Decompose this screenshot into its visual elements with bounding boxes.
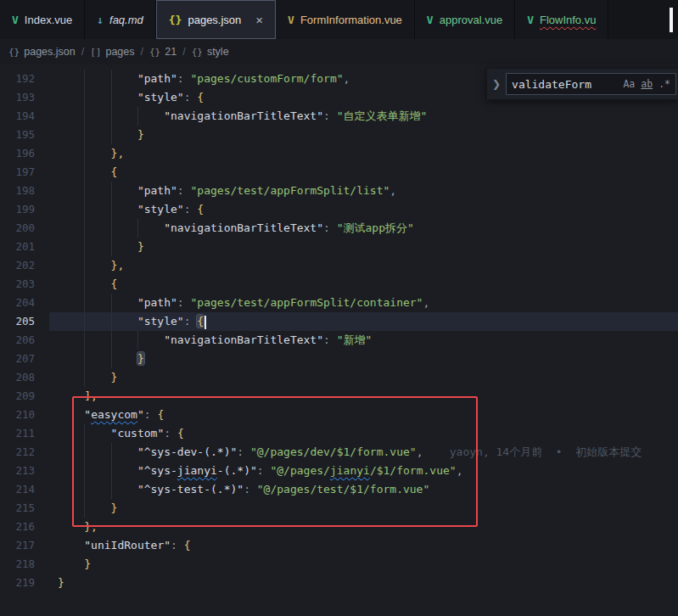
line-number: 208 bbox=[0, 368, 49, 387]
close-icon[interactable]: × bbox=[255, 14, 263, 26]
tab-approval-vue[interactable]: Vapproval.vue bbox=[415, 0, 515, 39]
code-line[interactable]: 219} bbox=[0, 574, 678, 592]
code-token: : bbox=[144, 408, 158, 421]
code-line[interactable]: 198"path": "pages/test/appFormSplit/list… bbox=[0, 182, 678, 200]
match-case-icon[interactable]: Aa bbox=[623, 78, 635, 90]
code-content: { bbox=[49, 275, 678, 294]
code-line[interactable]: 202}, bbox=[0, 256, 678, 275]
code-line[interactable]: 205"style": { bbox=[0, 312, 678, 331]
markdown-file-icon: ↓ bbox=[97, 14, 104, 26]
code-line[interactable]: 206"navigationBarTitleText": "新增" bbox=[0, 331, 678, 350]
code-editor[interactable]: 192"path": "pages/customForm/form",193"s… bbox=[0, 64, 678, 616]
find-input[interactable]: validateForm Aa ab .* bbox=[506, 73, 676, 95]
code-line[interactable]: 209], bbox=[0, 387, 678, 406]
tab-label: pages.json bbox=[188, 14, 241, 26]
code-line[interactable]: 211"custom": { bbox=[0, 424, 678, 443]
code-token: "style" bbox=[137, 91, 184, 104]
code-line[interactable]: 214"^sys-test-(.*)": "@/pages/test/$1/fo… bbox=[0, 480, 678, 499]
code-token: "@/pages/ bbox=[270, 464, 329, 477]
code-token: { bbox=[184, 539, 191, 552]
code-line[interactable]: 196}, bbox=[0, 144, 678, 163]
tab-drag-indicator bbox=[670, 8, 673, 32]
code-line[interactable]: 197{ bbox=[0, 163, 678, 182]
indent-guide bbox=[111, 294, 137, 312]
code-line[interactable]: 199"style": { bbox=[0, 200, 678, 219]
code-content: }, bbox=[49, 518, 678, 536]
code-line[interactable]: 195} bbox=[0, 126, 678, 144]
code-token: jianyi bbox=[330, 464, 370, 477]
find-input-value[interactable]: validateForm bbox=[512, 78, 617, 91]
indent-guide bbox=[111, 107, 137, 126]
tab-pages-json[interactable]: {}pages.json× bbox=[156, 0, 276, 39]
code-line[interactable]: 208} bbox=[0, 368, 678, 387]
code-token: : bbox=[323, 109, 337, 122]
code-content: }, bbox=[49, 144, 678, 163]
code-content: "style": { bbox=[49, 200, 678, 219]
code-content: } bbox=[49, 350, 678, 368]
breadcrumb-item-pages[interactable]: []pages bbox=[90, 46, 134, 58]
code-content: "uniIdRouter": { bbox=[49, 536, 678, 555]
code-line[interactable]: 213"^sys-jianyi-(.*)": "@/pages/jianyi/$… bbox=[0, 462, 678, 480]
indent-guide bbox=[84, 144, 110, 163]
breadcrumb-item-pages-json[interactable]: {}pages.json bbox=[8, 46, 76, 58]
code-token: , bbox=[344, 72, 350, 85]
vue-file-icon: V bbox=[12, 14, 19, 26]
indent-guide bbox=[58, 182, 84, 200]
code-token: "^sys- bbox=[137, 464, 177, 477]
indent-guide bbox=[58, 555, 84, 574]
indent-guide bbox=[58, 294, 84, 312]
code-line[interactable]: 194"navigationBarTitleText": "自定义表单新增" bbox=[0, 107, 678, 126]
code-line[interactable]: 210"easycom": { bbox=[0, 406, 678, 424]
code-line[interactable]: 216}, bbox=[0, 518, 678, 536]
code-token: "path" bbox=[137, 184, 177, 197]
code-line[interactable]: 217"uniIdRouter": { bbox=[0, 536, 678, 555]
breadcrumb-item-21[interactable]: {}21 bbox=[149, 46, 177, 58]
code-content: "navigationBarTitleText": "新增" bbox=[49, 331, 678, 350]
code-token: ], bbox=[84, 389, 98, 402]
code-line[interactable]: 212"^sys-dev-(.*)": "@/pages/dev/$1/form… bbox=[0, 443, 678, 462]
code-token: "@/pages/test/$1/form.vue" bbox=[257, 483, 430, 496]
code-token: "pages/test/appFormSplit/container" bbox=[191, 296, 423, 309]
tab-index-vue[interactable]: VIndex.vue bbox=[0, 0, 85, 39]
breadcrumb-label: style bbox=[207, 46, 229, 58]
code-line[interactable]: 207} bbox=[0, 350, 678, 368]
tab-faq-md[interactable]: ↓faq.md bbox=[85, 0, 156, 39]
code-content: } bbox=[49, 499, 678, 518]
line-number: 200 bbox=[0, 219, 49, 238]
code-token: "uniIdRouter" bbox=[84, 539, 171, 552]
regex-icon[interactable]: .* bbox=[658, 78, 670, 90]
code-line[interactable]: 201} bbox=[0, 238, 678, 256]
code-content: "^sys-jianyi-(.*)": "@/pages/jianyi/$1/f… bbox=[49, 462, 678, 480]
code-line[interactable]: 203{ bbox=[0, 275, 678, 294]
indent-guide bbox=[111, 331, 137, 350]
code-content: } bbox=[49, 368, 678, 387]
code-line[interactable]: 218} bbox=[0, 555, 678, 574]
indent-guide bbox=[84, 368, 110, 387]
code-line[interactable]: 204"path": "pages/test/appFormSplit/cont… bbox=[0, 294, 678, 312]
code-token: , bbox=[389, 184, 396, 197]
indent-guide bbox=[58, 88, 84, 107]
find-widget: ❯ validateForm Aa ab .* bbox=[486, 68, 678, 100]
find-expand-chevron-icon[interactable]: ❯ bbox=[492, 78, 501, 90]
editor-tab-bar: VIndex.vue↓faq.md{}pages.json×VFormInfor… bbox=[0, 0, 678, 39]
whole-word-icon[interactable]: ab bbox=[641, 78, 653, 90]
indent-guide bbox=[58, 219, 84, 238]
code-content: "custom": { bbox=[49, 424, 678, 443]
line-number: 209 bbox=[0, 387, 49, 406]
tab-forminformation-vue[interactable]: VFormInformation.vue bbox=[276, 0, 415, 39]
indent-guide bbox=[58, 368, 84, 387]
indent-guide bbox=[58, 70, 84, 88]
tab-flowinfo-vu[interactable]: VFlowInfo.vu bbox=[515, 0, 608, 39]
json-file-icon: {} bbox=[169, 14, 182, 26]
code-line[interactable]: 200"navigationBarTitleText": "测试app拆分" bbox=[0, 219, 678, 238]
indent-guide bbox=[58, 200, 84, 219]
indent-guide bbox=[84, 462, 110, 480]
code-content: } bbox=[49, 555, 678, 574]
code-line[interactable]: 215} bbox=[0, 499, 678, 518]
line-number: 214 bbox=[0, 480, 49, 499]
indent-guide bbox=[111, 126, 137, 144]
indent-guide bbox=[137, 107, 164, 126]
code-token: : bbox=[323, 333, 337, 346]
breadcrumb-item-style[interactable]: {}style bbox=[192, 46, 229, 58]
indent-guide bbox=[58, 331, 84, 350]
